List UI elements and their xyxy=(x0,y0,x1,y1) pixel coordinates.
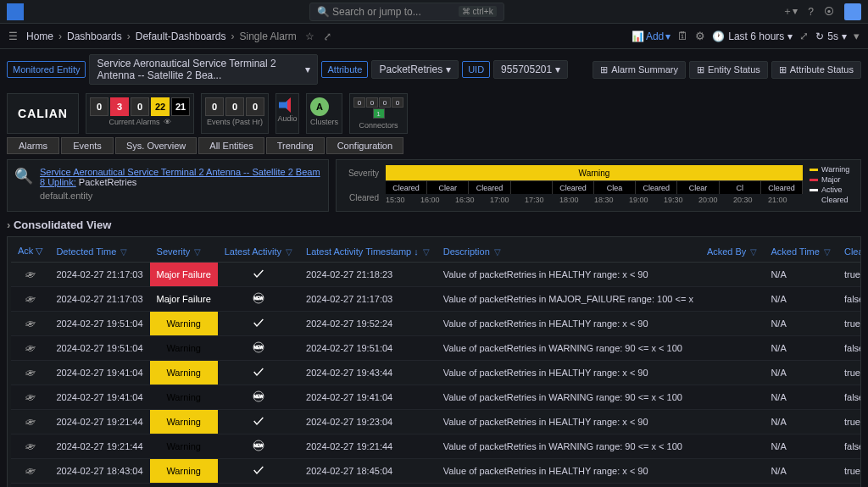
severity-timeline: Severity Cleared Warning ClearedClearCle… xyxy=(336,159,861,212)
search-kbd: ⌘ ctrl+k xyxy=(459,6,497,17)
table-row[interactable]: 2024-02-27 19:41:04Warning2024-02-27 19:… xyxy=(11,361,861,385)
col-header[interactable]: Latest Activity Timestamp ↓ ▽ xyxy=(299,241,437,263)
bc-current: Single Alarm xyxy=(239,30,296,42)
table-row[interactable]: 2024-02-27 21:17:03Major FailureNEW2024-… xyxy=(11,287,861,312)
table-row[interactable]: 2024-02-27 19:41:04WarningNEW2024-02-27 … xyxy=(11,385,861,410)
tab-configuration[interactable]: Configuration xyxy=(326,137,403,154)
brand-logo: CALIAN xyxy=(7,93,79,134)
entity-sub: default.entity xyxy=(40,191,321,201)
entity-path-panel: 🔍 Service Aeronautical Service Terminal … xyxy=(7,159,329,212)
search-placeholder: Search or jump to... xyxy=(332,6,421,18)
avatar[interactable] xyxy=(844,3,861,20)
magnifier-icon[interactable]: 🔍 xyxy=(14,167,33,204)
svg-text:NEW: NEW xyxy=(253,296,263,301)
tab-all-entities[interactable]: All Entities xyxy=(198,137,264,154)
svg-text:NEW: NEW xyxy=(253,395,263,399)
col-header[interactable]: Description ▽ xyxy=(437,241,700,263)
attribute-label: Attribute xyxy=(321,61,368,78)
settings-icon[interactable]: ⚙ xyxy=(695,30,705,42)
chevron-down-icon[interactable]: ▾ xyxy=(854,30,860,42)
connectors-block[interactable]: 0000 1 Connectors xyxy=(349,93,408,134)
monitored-entity-label: Monitored Entity xyxy=(7,61,86,78)
table-row[interactable]: 2024-02-27 18:43:04WarningNEW2024-02-27 … xyxy=(11,484,861,488)
col-header[interactable]: Latest Activity ▽ xyxy=(218,241,299,263)
help-icon[interactable]: ? xyxy=(808,6,814,18)
ack-eye-icon[interactable] xyxy=(24,269,37,279)
refresh-interval[interactable]: ↻ 5s ▾ xyxy=(815,30,847,42)
svg-text:NEW: NEW xyxy=(253,346,263,350)
clusters-block[interactable]: A Clusters xyxy=(306,93,342,134)
table-row[interactable]: 2024-02-27 19:51:04Warning2024-02-27 19:… xyxy=(11,312,861,336)
badge[interactable]: 0 xyxy=(131,97,149,116)
entity-attr: PacketRetries xyxy=(79,177,136,187)
time-range[interactable]: 🕐 Last 6 hours ▾ xyxy=(712,30,793,42)
eye-icon: 👁 xyxy=(164,118,171,126)
alarm-summary-button[interactable]: ⊞ Alarm Summary xyxy=(593,61,686,79)
cluster-icon: A xyxy=(310,97,329,116)
ack-eye-icon[interactable] xyxy=(24,368,37,378)
table-row[interactable]: 2024-02-27 19:21:44Warning2024-02-27 19:… xyxy=(11,410,861,434)
badge[interactable]: 3 xyxy=(110,97,129,116)
tab-alarms[interactable]: Alarms xyxy=(7,137,59,154)
speaker-icon xyxy=(279,97,296,113)
entity-status-button[interactable]: ⊞ Entity Status xyxy=(689,61,768,79)
breadcrumb: Home› Dashboards› Default-Dashboards› Si… xyxy=(26,30,297,42)
consolidated-title[interactable]: Consolidated View xyxy=(7,219,861,231)
badge[interactable]: 0 xyxy=(90,97,108,116)
badge[interactable]: 21 xyxy=(171,97,190,116)
save-icon[interactable]: 🗓 xyxy=(677,30,688,42)
ack-eye-icon[interactable] xyxy=(24,392,37,402)
add-button[interactable]: 📊 Add ▾ xyxy=(632,30,670,42)
menu-icon[interactable]: ☰ xyxy=(8,30,18,42)
attribute-select[interactable]: PacketRetries ▾ xyxy=(371,60,459,79)
ack-eye-icon[interactable] xyxy=(24,294,37,304)
badge[interactable]: 22 xyxy=(151,97,170,116)
badge[interactable]: 0 xyxy=(205,97,224,116)
bc-dashboards[interactable]: Dashboards xyxy=(67,30,122,42)
warning-bar: Warning xyxy=(386,165,803,180)
svg-text:NEW: NEW xyxy=(253,444,263,448)
uid-label: UID xyxy=(462,61,490,78)
app-logo[interactable] xyxy=(7,3,24,20)
consolidated-table: Ack ▽Detected Time ▽Severity ▽Latest Act… xyxy=(11,241,861,487)
ack-eye-icon[interactable] xyxy=(24,441,37,451)
events-past-hr: 0 0 0 Events (Past Hr) xyxy=(201,93,269,134)
bc-home[interactable]: Home xyxy=(26,30,53,42)
col-header[interactable]: Acked Time ▽ xyxy=(764,241,837,263)
uid-select[interactable]: 955705201 ▾ xyxy=(493,60,568,79)
rss-icon[interactable]: ⦿ xyxy=(824,6,834,18)
badge[interactable]: 0 xyxy=(225,97,244,116)
current-alarms: 0 3 0 22 21 Current Alarms 👁 xyxy=(86,93,194,134)
ack-eye-icon[interactable] xyxy=(24,417,37,427)
search-icon: 🔍 xyxy=(317,6,330,18)
search-input[interactable]: 🔍 Search or jump to... ⌘ ctrl+k xyxy=(309,3,504,21)
col-header[interactable]: Cleared ▽ xyxy=(837,241,861,263)
table-row[interactable]: 2024-02-27 19:51:04WarningNEW2024-02-27 … xyxy=(11,336,861,361)
table-row[interactable]: 2024-02-27 19:21:44WarningNEW2024-02-27 … xyxy=(11,434,861,459)
plus-icon[interactable]: ＋▾ xyxy=(782,4,798,19)
zoom-out-icon[interactable]: ⤢ xyxy=(799,30,809,42)
col-header[interactable]: Acked By ▽ xyxy=(700,241,765,263)
badge[interactable]: 0 xyxy=(246,97,264,116)
attribute-status-button[interactable]: ⊞ Attribute Status xyxy=(771,61,861,79)
col-header[interactable]: Detected Time ▽ xyxy=(49,241,149,263)
ack-eye-icon[interactable] xyxy=(24,466,37,476)
col-header[interactable]: Ack ▽ xyxy=(11,241,49,263)
table-row[interactable]: 2024-02-27 18:43:04Warning2024-02-27 18:… xyxy=(11,459,861,484)
tab-events[interactable]: Events xyxy=(61,137,114,154)
ack-eye-icon[interactable] xyxy=(24,343,37,353)
monitored-entity-select[interactable]: Service Aeronautical Service Terminal 2 … xyxy=(89,54,318,85)
tab-trending[interactable]: Trending xyxy=(266,137,325,154)
tab-sys-overview[interactable]: Sys. Overview xyxy=(115,137,197,154)
share-icon[interactable]: ⤤ xyxy=(323,30,331,42)
audio-block[interactable]: Audio xyxy=(275,93,299,134)
table-row[interactable]: 2024-02-27 21:17:03Major Failure2024-02-… xyxy=(11,263,861,287)
ack-eye-icon[interactable] xyxy=(24,318,37,329)
col-header[interactable]: Severity ▽ xyxy=(150,241,218,263)
star-icon[interactable]: ☆ xyxy=(305,30,314,42)
bc-default[interactable]: Default-Dashboards xyxy=(136,30,226,42)
